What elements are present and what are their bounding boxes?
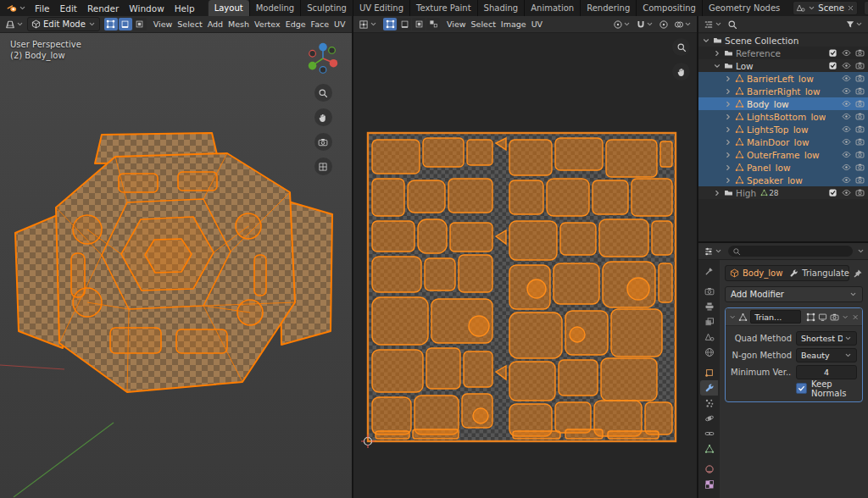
breadcrumb-path[interactable]: Body_low Triangulate [725, 265, 849, 281]
outliner-row[interactable]: BarrierRight_low [698, 85, 868, 97]
eye-icon[interactable] [842, 137, 851, 147]
uv-proportional-editing-button[interactable] [657, 19, 670, 30]
workspace-tab-layout[interactable]: Layout [208, 0, 249, 16]
transform-orientation-dropdown[interactable] [351, 19, 352, 30]
axis-gizmo[interactable] [304, 40, 342, 77]
checkbox-icon[interactable] [828, 188, 837, 197]
menu-view[interactable]: View [151, 19, 175, 30]
blender-menu-button[interactable] [4, 3, 29, 14]
pan-button[interactable] [314, 108, 332, 126]
face-select-mode-button[interactable] [412, 18, 426, 30]
menu-face[interactable]: Face [309, 19, 331, 30]
edge-select-mode-button[interactable] [119, 18, 132, 30]
workspace-tab-geometry-nodes[interactable]: Geometry Nodes [702, 0, 786, 16]
workspace-tab-compositing[interactable]: Compositing [636, 0, 702, 16]
camera-icon[interactable] [855, 99, 865, 108]
outliner-row[interactable]: OuterFrame_low [698, 148, 868, 161]
menu-view[interactable]: View [444, 19, 469, 30]
workspace-tab-rendering[interactable]: Rendering [580, 0, 636, 16]
uv-canvas[interactable] [353, 33, 697, 498]
properties-tab-constraints[interactable] [700, 426, 718, 441]
properties-tab-texture[interactable] [700, 477, 718, 492]
menu-select[interactable]: Select [175, 19, 204, 30]
menu-uv[interactable]: UV [529, 19, 545, 30]
camera-icon[interactable] [855, 74, 865, 83]
eye-icon[interactable] [842, 175, 851, 185]
menu-select[interactable]: Select [469, 19, 498, 30]
menubar-file[interactable]: File [30, 3, 55, 14]
render-toggle-icon[interactable] [830, 313, 839, 322]
zoom-button[interactable] [672, 38, 690, 56]
outliner-row[interactable]: LightsBottom_low [698, 110, 868, 123]
menu-vertex[interactable]: Vertex [252, 19, 283, 30]
close-icon[interactable] [852, 313, 859, 321]
keep-normals-checkbox[interactable] [796, 383, 807, 394]
menubar-edit[interactable]: Edit [55, 3, 82, 14]
properties-tab-tool[interactable] [700, 263, 718, 279]
workspace-tab-sculpting[interactable]: Sculpting [300, 0, 353, 16]
menubar-render[interactable]: Render [82, 3, 124, 14]
outliner-row[interactable]: MainDoor_low [698, 136, 868, 148]
mode-dropdown[interactable]: Edit Mode [27, 17, 100, 31]
outliner-search-button[interactable] [726, 19, 739, 30]
eye-icon[interactable] [842, 61, 851, 70]
add-modifier-button[interactable]: Add Modifier [725, 286, 863, 302]
camera-icon[interactable] [855, 61, 865, 70]
viewlayer-selector[interactable]: ViewLayer [864, 1, 868, 15]
workspace-tab-modeling[interactable]: Modeling [249, 0, 301, 16]
camera-icon[interactable] [855, 150, 865, 159]
outliner-row[interactable]: BarrierLeft_low [698, 72, 868, 85]
ngon-method-dropdown[interactable]: Beauty [796, 348, 857, 362]
menubar-help[interactable]: Help [170, 3, 200, 14]
properties-tab-modifiers[interactable] [700, 380, 718, 396]
outliner-row[interactable]: Scene Collection [698, 34, 868, 47]
uv-snapping-dropdown[interactable] [634, 19, 655, 30]
camera-icon[interactable] [855, 163, 865, 172]
outliner-row[interactable]: High28 [698, 186, 868, 199]
orthographic-toggle-button[interactable] [314, 158, 332, 175]
island-select-mode-button[interactable] [426, 18, 440, 30]
editor-type-button[interactable] [702, 246, 724, 257]
camera-icon[interactable] [855, 112, 865, 121]
minimum-vertices-field[interactable]: 4 [796, 365, 857, 379]
menu-image[interactable]: Image [498, 19, 529, 30]
unlink-icon[interactable] [847, 4, 854, 12]
pin-icon[interactable] [853, 268, 863, 279]
outliner-row[interactable]: Low [698, 59, 868, 72]
properties-tab-scene[interactable] [700, 329, 718, 345]
workspace-tab-uv-editing[interactable]: UV Editing [353, 0, 409, 16]
properties-search-input[interactable] [728, 246, 853, 257]
properties-tab-output[interactable] [700, 299, 718, 314]
eye-icon[interactable] [842, 74, 851, 83]
properties-tab-particles[interactable] [700, 396, 718, 411]
pan-button[interactable] [672, 63, 690, 80]
modifier-panel-header[interactable]: Trian... [726, 308, 862, 326]
menu-uv[interactable]: UV [331, 19, 348, 30]
zoom-button[interactable] [314, 84, 332, 102]
scene-selector[interactable]: Scene [793, 1, 858, 15]
eye-icon[interactable] [842, 99, 851, 108]
properties-tab-world[interactable] [700, 345, 718, 360]
outliner-row[interactable]: Panel_low [698, 161, 868, 174]
outliner-row[interactable]: Reference [698, 47, 868, 59]
editor-type-button[interactable] [702, 19, 724, 30]
camera-icon[interactable] [855, 137, 865, 147]
outliner-row[interactable]: LightsTop_low [698, 123, 868, 136]
workspace-tab-texture-paint[interactable]: Texture Paint [409, 0, 477, 16]
pivot-point-dropdown[interactable] [611, 19, 632, 30]
edit-mode-toggle-icon[interactable] [806, 313, 815, 322]
quad-method-dropdown[interactable]: Shortest Diagonal [796, 331, 857, 346]
eye-icon[interactable] [842, 125, 851, 134]
properties-tab-data[interactable] [700, 441, 718, 456]
properties-tab-view-layer[interactable] [700, 314, 718, 329]
face-select-mode-button[interactable] [133, 18, 147, 30]
eye-icon[interactable] [842, 150, 851, 159]
chevron-down-icon[interactable] [857, 247, 865, 255]
properties-tab-render[interactable] [700, 284, 718, 299]
extras-dropdown-icon[interactable] [842, 313, 849, 321]
workspace-tab-animation[interactable]: Animation [524, 0, 580, 16]
vertex-select-mode-button[interactable] [104, 18, 118, 30]
outliner-row[interactable]: Speaker_low [698, 174, 868, 186]
eye-icon[interactable] [842, 86, 851, 96]
edge-select-mode-button[interactable] [398, 18, 411, 30]
